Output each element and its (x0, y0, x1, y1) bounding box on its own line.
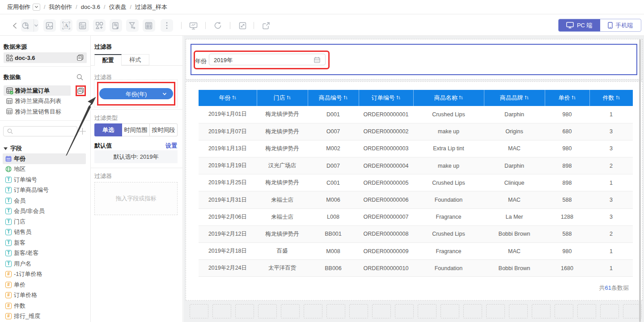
svg-text:A: A (64, 22, 68, 29)
